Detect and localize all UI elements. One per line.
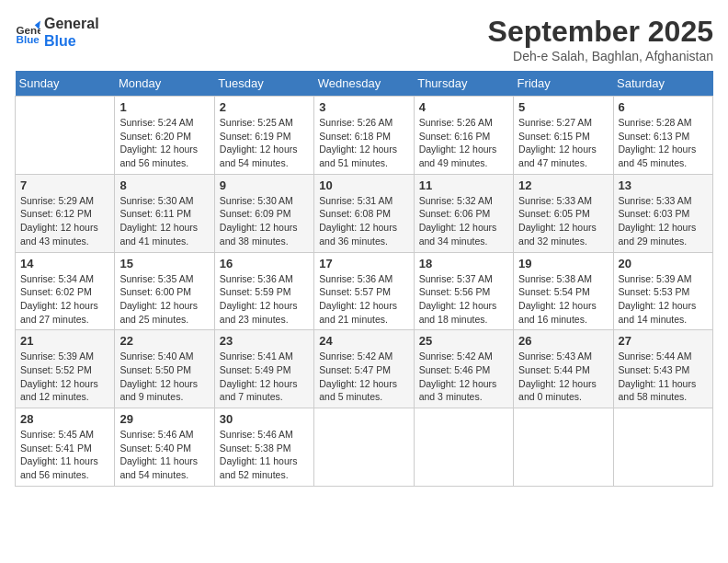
day-info: Sunrise: 5:42 AM Sunset: 5:46 PM Dayligh… (419, 350, 508, 404)
day-info: Sunrise: 5:40 AM Sunset: 5:50 PM Dayligh… (119, 350, 209, 404)
day-info: Sunrise: 5:25 AM Sunset: 6:19 PM Dayligh… (220, 116, 309, 170)
day-info: Sunrise: 5:26 AM Sunset: 6:18 PM Dayligh… (319, 116, 408, 170)
day-number: 27 (619, 334, 708, 348)
day-number: 12 (518, 178, 608, 192)
day-info: Sunrise: 5:43 AM Sunset: 5:44 PM Dayligh… (518, 350, 608, 404)
col-header-tuesday: Tuesday (214, 71, 313, 97)
day-info: Sunrise: 5:37 AM Sunset: 5:56 PM Dayligh… (419, 272, 508, 327)
day-number: 23 (220, 334, 309, 348)
day-number: 21 (20, 334, 109, 348)
day-info: Sunrise: 5:39 AM Sunset: 5:53 PM Dayligh… (619, 272, 708, 327)
day-info: Sunrise: 5:36 AM Sunset: 5:59 PM Dayligh… (220, 272, 309, 327)
day-info: Sunrise: 5:28 AM Sunset: 6:13 PM Dayligh… (619, 116, 708, 170)
calendar-cell (414, 408, 513, 487)
day-number: 29 (119, 412, 209, 426)
location: Deh-e Salah, Baghlan, Afghanistan (488, 49, 713, 63)
svg-text:Blue: Blue (17, 33, 40, 45)
day-info: Sunrise: 5:33 AM Sunset: 6:05 PM Dayligh… (518, 194, 608, 248)
day-number: 24 (319, 334, 408, 348)
col-header-monday: Monday (115, 71, 214, 97)
calendar-week-3: 14Sunrise: 5:34 AM Sunset: 6:02 PM Dayli… (16, 252, 713, 330)
col-header-wednesday: Wednesday (314, 71, 414, 97)
calendar-cell: 19Sunrise: 5:38 AM Sunset: 5:54 PM Dayli… (514, 252, 613, 330)
calendar-cell: 25Sunrise: 5:42 AM Sunset: 5:46 PM Dayli… (414, 330, 513, 408)
calendar-cell: 24Sunrise: 5:42 AM Sunset: 5:47 PM Dayli… (314, 330, 414, 408)
logo-blue: Blue (44, 32, 99, 50)
calendar-cell: 5Sunrise: 5:27 AM Sunset: 6:15 PM Daylig… (514, 97, 613, 175)
page-header: General Blue General Blue September 2025… (15, 15, 713, 63)
day-info: Sunrise: 5:31 AM Sunset: 6:08 PM Dayligh… (319, 194, 408, 248)
day-number: 26 (518, 334, 608, 348)
day-number: 1 (119, 100, 209, 114)
day-info: Sunrise: 5:39 AM Sunset: 5:52 PM Dayligh… (20, 350, 109, 404)
day-number: 25 (419, 334, 508, 348)
calendar-week-5: 28Sunrise: 5:45 AM Sunset: 5:41 PM Dayli… (16, 408, 713, 487)
day-info: Sunrise: 5:27 AM Sunset: 6:15 PM Dayligh… (518, 116, 608, 170)
calendar-cell: 18Sunrise: 5:37 AM Sunset: 5:56 PM Dayli… (414, 252, 513, 330)
calendar-cell: 22Sunrise: 5:40 AM Sunset: 5:50 PM Dayli… (115, 330, 214, 408)
day-number: 18 (419, 257, 508, 270)
day-number: 17 (319, 257, 408, 270)
calendar-cell: 23Sunrise: 5:41 AM Sunset: 5:49 PM Dayli… (214, 330, 313, 408)
day-info: Sunrise: 5:30 AM Sunset: 6:11 PM Dayligh… (119, 194, 209, 248)
calendar-cell (514, 408, 613, 487)
day-info: Sunrise: 5:45 AM Sunset: 5:41 PM Dayligh… (20, 428, 109, 482)
col-header-friday: Friday (514, 71, 613, 97)
calendar-cell: 30Sunrise: 5:46 AM Sunset: 5:38 PM Dayli… (214, 408, 313, 487)
calendar-cell: 16Sunrise: 5:36 AM Sunset: 5:59 PM Dayli… (214, 252, 313, 330)
day-info: Sunrise: 5:34 AM Sunset: 6:02 PM Dayligh… (20, 272, 109, 327)
calendar-cell: 2Sunrise: 5:25 AM Sunset: 6:19 PM Daylig… (214, 97, 313, 175)
day-number: 11 (419, 178, 508, 192)
month-title: September 2025 (488, 15, 713, 49)
day-info: Sunrise: 5:32 AM Sunset: 6:06 PM Dayligh… (419, 194, 508, 248)
day-info: Sunrise: 5:33 AM Sunset: 6:03 PM Dayligh… (619, 194, 708, 248)
calendar-cell: 1Sunrise: 5:24 AM Sunset: 6:20 PM Daylig… (115, 97, 214, 175)
calendar-cell: 10Sunrise: 5:31 AM Sunset: 6:08 PM Dayli… (314, 174, 414, 252)
day-number: 8 (119, 178, 209, 192)
day-number: 13 (619, 178, 708, 192)
calendar-cell (16, 97, 115, 175)
calendar-cell: 20Sunrise: 5:39 AM Sunset: 5:53 PM Dayli… (613, 252, 712, 330)
calendar-cell: 8Sunrise: 5:30 AM Sunset: 6:11 PM Daylig… (115, 174, 214, 252)
calendar-cell: 3Sunrise: 5:26 AM Sunset: 6:18 PM Daylig… (314, 97, 414, 175)
day-number: 20 (619, 257, 708, 270)
calendar-cell (314, 408, 414, 487)
col-header-sunday: Sunday (16, 71, 115, 97)
calendar-cell: 4Sunrise: 5:26 AM Sunset: 6:16 PM Daylig… (414, 97, 513, 175)
day-info: Sunrise: 5:29 AM Sunset: 6:12 PM Dayligh… (20, 194, 109, 248)
day-number: 19 (518, 257, 608, 270)
calendar-week-1: 1Sunrise: 5:24 AM Sunset: 6:20 PM Daylig… (16, 97, 713, 175)
day-number: 22 (119, 334, 209, 348)
calendar-cell: 13Sunrise: 5:33 AM Sunset: 6:03 PM Dayli… (613, 174, 712, 252)
col-header-thursday: Thursday (414, 71, 513, 97)
day-info: Sunrise: 5:46 AM Sunset: 5:40 PM Dayligh… (119, 428, 209, 482)
day-number: 7 (20, 178, 109, 192)
day-number: 3 (319, 100, 408, 114)
day-number: 4 (419, 100, 508, 114)
day-number: 6 (619, 100, 708, 114)
day-info: Sunrise: 5:41 AM Sunset: 5:49 PM Dayligh… (220, 350, 309, 404)
calendar-cell: 11Sunrise: 5:32 AM Sunset: 6:06 PM Dayli… (414, 174, 513, 252)
calendar-cell: 7Sunrise: 5:29 AM Sunset: 6:12 PM Daylig… (16, 174, 115, 252)
calendar-week-4: 21Sunrise: 5:39 AM Sunset: 5:52 PM Dayli… (16, 330, 713, 408)
day-number: 28 (20, 412, 109, 426)
day-info: Sunrise: 5:38 AM Sunset: 5:54 PM Dayligh… (518, 272, 608, 327)
calendar-table: SundayMondayTuesdayWednesdayThursdayFrid… (15, 71, 713, 487)
day-info: Sunrise: 5:35 AM Sunset: 6:00 PM Dayligh… (119, 272, 209, 327)
day-number: 15 (119, 257, 209, 270)
day-info: Sunrise: 5:30 AM Sunset: 6:09 PM Dayligh… (220, 194, 309, 248)
day-info: Sunrise: 5:26 AM Sunset: 6:16 PM Dayligh… (419, 116, 508, 170)
calendar-cell: 15Sunrise: 5:35 AM Sunset: 6:00 PM Dayli… (115, 252, 214, 330)
calendar-cell: 12Sunrise: 5:33 AM Sunset: 6:05 PM Dayli… (514, 174, 613, 252)
logo: General Blue General Blue (15, 15, 99, 50)
day-number: 14 (20, 257, 109, 270)
day-number: 2 (220, 100, 309, 114)
day-info: Sunrise: 5:24 AM Sunset: 6:20 PM Dayligh… (119, 116, 209, 170)
calendar-week-2: 7Sunrise: 5:29 AM Sunset: 6:12 PM Daylig… (16, 174, 713, 252)
day-info: Sunrise: 5:42 AM Sunset: 5:47 PM Dayligh… (319, 350, 408, 404)
day-number: 10 (319, 178, 408, 192)
day-info: Sunrise: 5:44 AM Sunset: 5:43 PM Dayligh… (619, 350, 708, 404)
day-info: Sunrise: 5:36 AM Sunset: 5:57 PM Dayligh… (319, 272, 408, 327)
calendar-cell: 14Sunrise: 5:34 AM Sunset: 6:02 PM Dayli… (16, 252, 115, 330)
calendar-cell: 17Sunrise: 5:36 AM Sunset: 5:57 PM Dayli… (314, 252, 414, 330)
